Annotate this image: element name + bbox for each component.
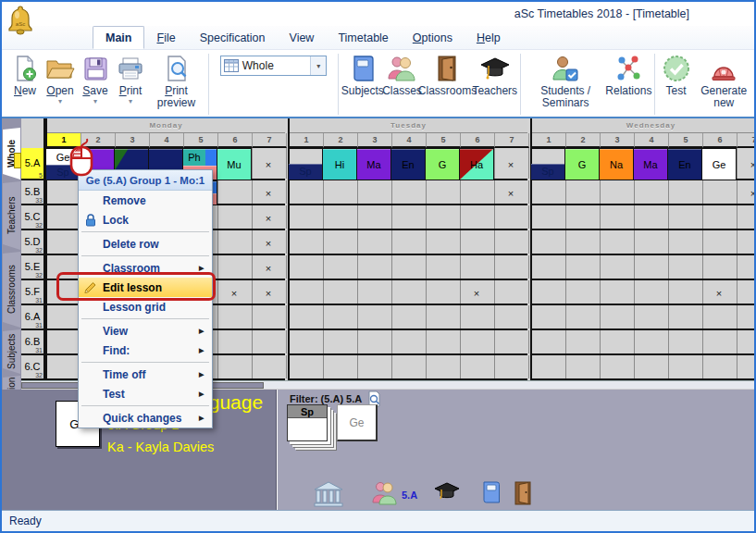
menu-item-options[interactable]: Options — [401, 26, 465, 49]
timetable-cell[interactable] — [253, 355, 287, 378]
timetable-cell[interactable] — [358, 230, 392, 254]
timetable-cell[interactable] — [392, 180, 427, 204]
timetable-cell[interactable] — [253, 305, 287, 328]
timetable-cell[interactable] — [601, 280, 635, 304]
lesson-card[interactable]: En — [667, 148, 702, 180]
period-header-2[interactable]: 2 — [324, 133, 358, 148]
toolbar-button-open[interactable]: Open▾ — [43, 52, 78, 107]
timetable-cell[interactable] — [290, 330, 324, 353]
class-people-icon[interactable]: 5.A — [370, 480, 417, 510]
menu-item-timetable[interactable]: Timetable — [326, 26, 400, 49]
timetable-cell[interactable] — [427, 180, 461, 204]
timetable-cell[interactable] — [392, 230, 427, 254]
timetable-cell[interactable] — [635, 355, 669, 378]
timetable-cell[interactable] — [635, 180, 669, 204]
timetable-cell[interactable] — [358, 255, 392, 279]
period-header-6[interactable]: 6 — [461, 133, 495, 148]
dropdown-arrow-icon[interactable]: ▾ — [58, 98, 62, 105]
timetable-cell[interactable] — [427, 230, 461, 254]
timetable-cell[interactable] — [358, 280, 392, 304]
timetable-cell[interactable] — [358, 205, 392, 229]
lesson-card[interactable]: Hi — [322, 148, 357, 180]
teacher-cap-icon[interactable] — [433, 480, 461, 506]
timetable-cell[interactable] — [324, 205, 358, 229]
timetable-cell[interactable] — [324, 255, 358, 279]
timetable-cell[interactable] — [324, 305, 358, 328]
menu-item-test[interactable]: Test▶ — [79, 384, 212, 403]
timetable-cell[interactable] — [601, 180, 635, 204]
timetable-cell[interactable] — [703, 355, 737, 378]
timetable-cell[interactable] — [566, 230, 601, 254]
timetable-cell[interactable] — [532, 355, 566, 378]
timetable-cell[interactable] — [427, 305, 461, 328]
period-header-7[interactable]: 7 — [737, 133, 756, 148]
lesson-card[interactable]: G — [425, 148, 460, 180]
timetable-cell[interactable] — [635, 230, 669, 254]
toolbar-button-classrooms[interactable]: Classrooms — [421, 52, 474, 99]
timetable-cell[interactable] — [737, 280, 756, 304]
menu-item-remove[interactable]: Remove — [79, 191, 212, 210]
timetable-cell[interactable] — [601, 330, 635, 353]
timetable-cell[interactable] — [669, 205, 703, 229]
lesson-card[interactable]: Na — [599, 148, 634, 180]
dropdown-arrow-icon[interactable]: ▾ — [129, 98, 132, 105]
view-selector-combobox[interactable]: Whole▾ — [220, 56, 327, 76]
menu-item-quick-changes[interactable]: Quick changes▶ — [79, 408, 212, 428]
menu-item-help[interactable]: Help — [465, 26, 513, 49]
menu-item-main[interactable]: Main — [93, 26, 144, 49]
timetable-cell[interactable] — [218, 205, 253, 229]
timetable-cell[interactable] — [47, 230, 81, 254]
timetable-cell[interactable] — [601, 305, 635, 328]
timetable-cell[interactable] — [635, 205, 669, 229]
unassigned-card-ge[interactable]: Ge — [337, 404, 378, 441]
timetable-cell[interactable] — [461, 355, 495, 378]
timetable-cell[interactable] — [290, 230, 324, 254]
toolbar-button-print[interactable]: Print▾ — [113, 52, 148, 107]
timetable-cell[interactable] — [427, 205, 461, 229]
row-label-5.B[interactable]: 5.B33 — [21, 180, 45, 205]
timetable-cell[interactable] — [601, 230, 635, 254]
timetable-cell[interactable] — [737, 305, 756, 328]
timetable-cell[interactable] — [427, 330, 461, 353]
view-tab-sion[interactable]: sion — [3, 376, 20, 390]
timetable-cell[interactable] — [218, 305, 253, 328]
timetable-cell[interactable] — [532, 230, 566, 254]
bank-building-icon[interactable] — [313, 480, 344, 512]
view-tab-classrooms[interactable]: Classrooms — [3, 252, 20, 328]
timetable-cell[interactable] — [392, 330, 427, 353]
timetable-cell[interactable] — [461, 330, 495, 353]
timetable-cell[interactable] — [601, 205, 635, 229]
toolbar-button-print-preview[interactable]: Print preview — [148, 52, 204, 111]
timetable-cell[interactable] — [290, 305, 324, 328]
timetable-cell[interactable] — [461, 205, 495, 229]
period-header-1[interactable]: 1 — [532, 133, 566, 148]
timetable-cell[interactable] — [737, 255, 756, 279]
dropdown-arrow-icon[interactable]: ▾ — [93, 98, 97, 105]
timetable-cell[interactable] — [218, 330, 253, 353]
timetable-cell[interactable] — [392, 255, 427, 279]
lesson-card[interactable]: En — [390, 148, 426, 180]
timetable-cell[interactable] — [427, 280, 461, 304]
lesson-card[interactable]: Mu — [217, 148, 252, 180]
timetable-cell[interactable] — [737, 355, 756, 378]
row-label-5.C[interactable]: 5.C32 — [21, 205, 45, 230]
period-header-4[interactable]: 4 — [392, 133, 427, 148]
timetable-cell[interactable] — [703, 230, 737, 254]
timetable-cell[interactable] — [703, 255, 737, 279]
timetable-cell[interactable] — [566, 180, 601, 204]
timetable-cell[interactable] — [47, 355, 81, 378]
timetable-cell[interactable] — [601, 255, 635, 279]
timetable-cell[interactable] — [461, 305, 495, 328]
lesson-card[interactable]: Ge — [701, 148, 737, 180]
toolbar-button-test[interactable]: Test — [659, 52, 694, 99]
timetable-cell[interactable] — [324, 330, 358, 353]
period-header-7[interactable]: 7 — [253, 133, 287, 148]
period-header-4[interactable]: 4 — [635, 133, 669, 148]
menu-item-view[interactable]: View▶ — [79, 321, 212, 341]
menu-item-view[interactable]: View — [278, 26, 327, 49]
timetable-cell[interactable] — [324, 230, 358, 254]
toolbar-button-classes[interactable]: Classes — [383, 52, 421, 99]
period-header-1[interactable]: 1 — [290, 133, 324, 148]
timetable-cell[interactable] — [532, 180, 566, 204]
period-header-5[interactable]: 5 — [669, 133, 703, 148]
